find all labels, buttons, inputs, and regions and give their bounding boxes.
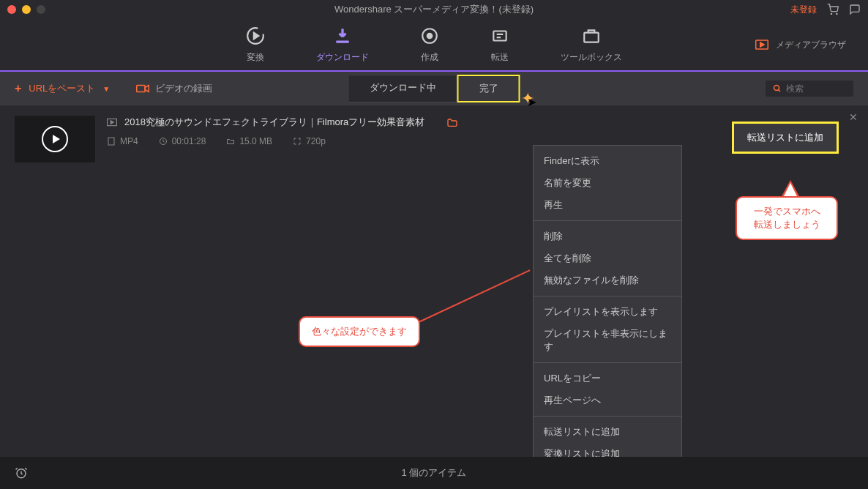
add-to-transfer-button[interactable]: 転送リストに追加 [732, 122, 839, 154]
media-browser-label: メディアブラウザ [776, 39, 846, 51]
folder-small-icon [226, 137, 235, 146]
item-format: MP4 [107, 136, 138, 146]
annotation-tail [782, 180, 799, 196]
nav-convert-label: 変換 [247, 51, 264, 64]
ctx-add-transfer[interactable]: 転送リストに追加 [534, 421, 681, 443]
svg-rect-8 [584, 32, 599, 42]
paste-url-button[interactable]: + URLをペースト ▼ [15, 82, 110, 95]
video-camera-icon [136, 83, 149, 94]
annotation-callout-transfer: 一発でスマホへ 転送しましょう [736, 196, 838, 240]
svg-marker-16 [111, 121, 113, 124]
search-input[interactable] [786, 83, 845, 94]
svg-rect-4 [336, 40, 348, 42]
minimize-window-icon[interactable] [22, 5, 31, 14]
svg-line-14 [779, 90, 781, 92]
content-area: 2018究極のサウンドエフェクトライブラリ｜Filmoraフリー効果音素材 MP… [0, 105, 868, 457]
ctx-copy-url[interactable]: URLをコピー [534, 367, 681, 389]
svg-rect-11 [137, 86, 145, 92]
window-title: Wondershare スーパーメディア変換！(未登録) [334, 3, 534, 16]
svg-point-0 [831, 13, 831, 14]
download-item-row[interactable]: 2018究極のサウンドエフェクトライブラリ｜Filmoraフリー効果音素材 MP… [0, 105, 868, 173]
svg-rect-17 [108, 138, 114, 145]
tab-complete[interactable]: 完了 [457, 75, 520, 102]
svg-point-6 [427, 33, 433, 38]
tab-downloading[interactable]: ダウンロード中 [348, 75, 457, 102]
item-duration: 00:01:28 [159, 136, 206, 146]
search-box[interactable] [766, 81, 853, 97]
nav-transfer[interactable]: 転送 [490, 26, 509, 64]
nav-create[interactable]: 作成 [420, 26, 439, 64]
plus-icon: + [15, 82, 21, 95]
item-resolution: 720p [293, 136, 326, 146]
ctx-show-in-finder[interactable]: Finderに表示 [534, 150, 681, 172]
svg-point-13 [774, 86, 779, 91]
ctx-delete[interactable]: 削除 [534, 225, 681, 247]
unregistered-label[interactable]: 未登録 [790, 4, 817, 16]
tab-group: ダウンロード中 完了 [348, 75, 520, 102]
nav-download[interactable]: ダウンロード [316, 26, 369, 64]
media-browser-button[interactable]: メディアブラウザ [755, 39, 846, 51]
search-icon [773, 84, 782, 93]
video-file-icon [107, 118, 117, 127]
context-menu: Finderに表示 名前を変更 再生 削除 全てを削除 無効なファイルを削除 プ… [533, 145, 682, 489]
ctx-play[interactable]: 再生 [534, 194, 681, 216]
window-controls [7, 5, 45, 14]
toolbar: + URLをペースト ▼ ビデオの録画 ダウンロード中 完了 [0, 72, 868, 105]
svg-point-1 [837, 13, 837, 14]
close-item-icon[interactable]: ✕ [849, 111, 858, 123]
download-icon [333, 26, 352, 45]
transfer-icon [490, 26, 509, 45]
svg-rect-7 [493, 31, 506, 40]
nav-convert[interactable]: 変換 [246, 26, 265, 64]
ctx-hide-playlist[interactable]: プレイリストを非表示にします [534, 323, 681, 358]
convert-icon [246, 26, 265, 45]
nav-create-label: 作成 [421, 51, 438, 64]
maximize-window-icon[interactable] [37, 5, 45, 14]
chevron-down-icon: ▼ [102, 85, 110, 93]
svg-marker-10 [760, 42, 764, 47]
annotation-line [417, 269, 531, 324]
nav-transfer-label: 転送 [491, 51, 509, 64]
paste-url-label: URLをペースト [29, 82, 95, 95]
ctx-playback-page[interactable]: 再生ページへ [534, 389, 681, 411]
toolbox-icon [582, 26, 601, 45]
svg-marker-3 [254, 32, 259, 39]
media-browser-icon [755, 40, 768, 50]
ctx-rename[interactable]: 名前を変更 [534, 172, 681, 194]
status-item-count: 1 個のアイテム [402, 466, 467, 479]
create-icon [420, 26, 439, 45]
item-thumbnail[interactable] [15, 116, 95, 163]
record-video-label: ビデオの録画 [155, 82, 212, 95]
alarm-clock-icon[interactable] [15, 466, 28, 479]
file-icon [107, 137, 116, 146]
annotation-callout-settings: 色々な設定ができます [299, 316, 420, 347]
folder-icon[interactable] [446, 117, 458, 127]
ctx-delete-invalid[interactable]: 無効なファイルを削除 [534, 269, 681, 291]
resolution-icon [293, 137, 302, 146]
clock-icon [159, 137, 168, 146]
main-navigation: 変換 ダウンロード 作成 転送 ツールボックス メディアブラウザ [0, 19, 868, 72]
item-title: 2018究極のサウンドエフェクトライブラリ｜Filmoraフリー効果音素材 [124, 116, 424, 129]
nav-toolbox-label: ツールボックス [561, 51, 622, 64]
record-video-button[interactable]: ビデオの録画 [136, 82, 212, 95]
ctx-show-playlist[interactable]: プレイリストを表示します [534, 301, 681, 323]
play-icon [42, 126, 68, 152]
titlebar: Wondershare スーパーメディア変換！(未登録) 未登録 [0, 0, 868, 19]
nav-toolbox[interactable]: ツールボックス [561, 26, 622, 64]
item-size: 15.0 MB [226, 136, 272, 146]
cart-icon[interactable] [827, 4, 839, 15]
statusbar: 1 個のアイテム [0, 457, 868, 489]
nav-download-label: ダウンロード [316, 51, 369, 64]
comment-icon[interactable] [849, 4, 861, 15]
ctx-delete-all[interactable]: 全てを削除 [534, 247, 681, 269]
close-window-icon[interactable] [7, 5, 16, 14]
svg-marker-12 [145, 86, 149, 92]
